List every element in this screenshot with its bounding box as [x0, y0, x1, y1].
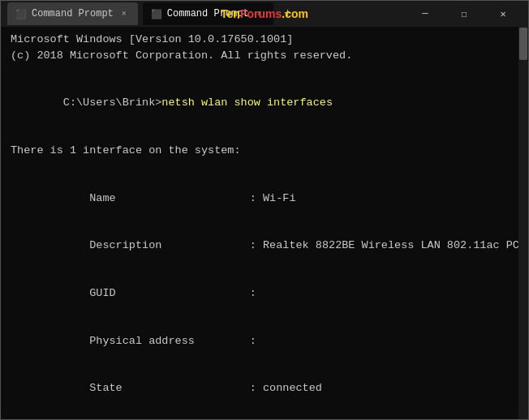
name-value: : Wi-Fi — [250, 192, 296, 204]
window-controls: — ☐ ✕ — [406, 1, 522, 27]
guid-label: GUID — [63, 285, 250, 302]
line-blank3 — [11, 159, 518, 175]
maximize-button[interactable]: ☐ — [445, 1, 483, 27]
terminal-icon-active: ⬛ — [151, 9, 162, 19]
window: ⬛ Command Prompt × ⬛ Command Prompt × + … — [0, 0, 529, 420]
line-version: Microsoft Windows [Version 10.0.17650.10… — [11, 32, 518, 48]
minimize-button[interactable]: — — [406, 1, 444, 27]
line-guid: GUID: — [11, 269, 518, 317]
scrollbar-thumb[interactable] — [519, 28, 527, 60]
tab-inactive-1[interactable]: ⬛ Command Prompt × — [7, 2, 138, 25]
line-blank1 — [11, 63, 518, 79]
line-desc: Description: Realtek 8822BE Wireless LAN… — [11, 222, 518, 270]
phys-value: : — [250, 335, 256, 347]
line-phys: Physical address: — [11, 317, 518, 365]
line-name: Name: Wi-Fi — [11, 174, 518, 222]
desc-value: : Realtek 8822BE Wireless LAN 802.11ac P… — [250, 239, 528, 251]
desc-label: Description — [63, 238, 250, 254]
cmd-text: netsh wlan show interfaces — [161, 96, 333, 109]
close-button[interactable]: ✕ — [484, 1, 522, 27]
state-label: State — [63, 380, 250, 396]
line-interface-header: There is 1 interface on the system: — [11, 143, 518, 159]
scrollbar[interactable] — [518, 27, 528, 419]
tab-inactive-label-1: Command Prompt — [32, 8, 114, 19]
terminal-content: Microsoft Windows [Version 10.0.17650.10… — [7, 30, 522, 419]
terminal-area[interactable]: Microsoft Windows [Version 10.0.17650.10… — [1, 27, 528, 419]
tab-close-1[interactable]: × — [118, 8, 130, 19]
state-value: : connected — [250, 382, 322, 394]
titlebar: ⬛ Command Prompt × ⬛ Command Prompt × + … — [1, 1, 528, 27]
line-state: State: connected — [11, 365, 518, 413]
name-label: Name — [63, 191, 250, 207]
guid-value: : — [250, 287, 256, 299]
line-blank2 — [11, 126, 518, 143]
phys-label: Physical address — [63, 333, 250, 349]
line-ssid: SSID: Brink-Router2 — [11, 413, 518, 420]
line-prompt-cmd: C:\Users\Brink>netsh wlan show interface… — [11, 79, 518, 127]
terminal-icon-1: ⬛ — [15, 9, 27, 19]
brand-text: TenForums.com — [221, 7, 308, 20]
line-copyright: (c) 2018 Microsoft Corporation. All righ… — [11, 48, 518, 64]
prompt-1: C:\Users\Brink> — [63, 96, 162, 109]
